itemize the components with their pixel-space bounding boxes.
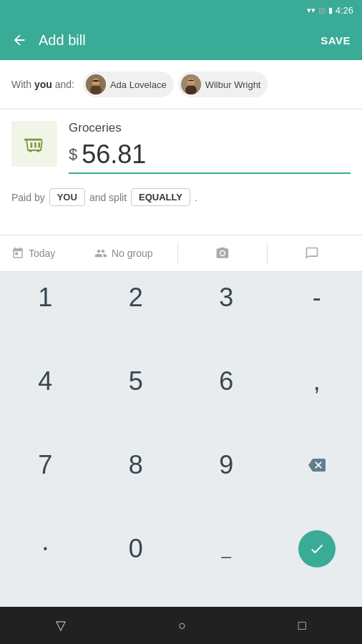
bill-section: Groceries $ Paid by YOU and split EQUALL…: [0, 109, 362, 212]
date-label: Today: [29, 248, 55, 259]
home-nav-icon[interactable]: ○: [178, 618, 186, 633]
paid-by-label: Paid by: [11, 192, 45, 203]
status-time: 4:26: [336, 5, 353, 16]
svg-rect-12: [37, 150, 40, 152]
key-3[interactable]: 3: [181, 272, 272, 323]
top-bar: Add bill SAVE: [0, 20, 362, 60]
save-button[interactable]: SAVE: [321, 34, 351, 47]
numpad: 1 2 3 - 4 5 6 , 7 8 9 • 0 _: [0, 272, 362, 607]
key-backspace[interactable]: [272, 439, 363, 491]
svg-rect-14: [34, 142, 36, 147]
key-1[interactable]: 1: [0, 272, 91, 323]
nav-bar: ▽ ○ □: [0, 607, 362, 644]
paid-row: Paid by YOU and split EQUALLY .: [11, 188, 351, 206]
key-8[interactable]: 8: [91, 439, 182, 491]
person-chip-wilbur[interactable]: Wilbur Wright: [178, 72, 268, 97]
wifi-icon: ▾▾: [307, 6, 315, 15]
avatar-ada: [86, 74, 106, 94]
key-comma[interactable]: ,: [272, 356, 363, 407]
back-nav-icon[interactable]: ▽: [56, 618, 66, 633]
back-button[interactable]: [11, 32, 27, 48]
bill-amount-row: $: [69, 140, 351, 174]
bill-category-label: Groceries: [69, 121, 351, 135]
bill-details: Groceries $: [69, 121, 351, 174]
key-confirm[interactable]: [272, 523, 363, 575]
key-9[interactable]: 9: [181, 439, 272, 491]
person-chip-ada[interactable]: Ada Lovelace: [83, 72, 174, 97]
svg-point-8: [189, 82, 193, 84]
group-picker[interactable]: No group: [94, 247, 172, 260]
svg-rect-13: [31, 142, 33, 147]
avatar-wilbur: [181, 74, 201, 94]
confirm-check-icon[interactable]: [298, 530, 336, 567]
key-6[interactable]: 6: [181, 356, 272, 407]
note-button[interactable]: [273, 246, 351, 260]
amount-input[interactable]: [82, 140, 351, 170]
main-content: With you and: Ada Lovelace: [0, 60, 362, 607]
dollar-sign: $: [69, 145, 77, 164]
key-dot[interactable]: •: [0, 523, 91, 575]
group-label: No group: [112, 248, 153, 259]
key-5[interactable]: 5: [91, 356, 182, 407]
bill-row: Groceries $: [11, 121, 351, 174]
svg-rect-15: [38, 142, 40, 147]
svg-rect-10: [25, 139, 26, 141]
date-picker[interactable]: Today: [11, 247, 89, 260]
key-2[interactable]: 2: [91, 272, 182, 323]
toolbar-divider-2: [267, 243, 268, 264]
toolbar-divider-1: [177, 243, 178, 264]
key-minus[interactable]: -: [272, 272, 363, 323]
recent-nav-icon[interactable]: □: [298, 618, 306, 633]
people-row: With you and: Ada Lovelace: [0, 60, 362, 109]
person-name-ada: Ada Lovelace: [110, 79, 167, 90]
status-bar: ▾▾ ▨ ▮ 4:26: [0, 0, 362, 20]
key-underscore[interactable]: _: [181, 523, 272, 575]
bill-category-icon: [11, 121, 57, 167]
bottom-toolbar: Today No group: [0, 235, 362, 272]
people-label: With you and:: [11, 79, 74, 90]
person-name-wilbur: Wilbur Wright: [205, 79, 261, 90]
you-bold: you: [34, 79, 52, 90]
signal-icon: ▨: [318, 6, 326, 15]
and-split-label: and split: [89, 192, 127, 203]
key-0[interactable]: 0: [91, 523, 182, 575]
status-icons: ▾▾ ▨ ▮ 4:26: [307, 5, 353, 16]
split-equally-button[interactable]: EQUALLY: [131, 188, 190, 206]
svg-rect-9: [24, 139, 42, 141]
key-4[interactable]: 4: [0, 356, 91, 407]
key-7[interactable]: 7: [0, 439, 91, 491]
period: .: [195, 192, 197, 203]
paid-by-you-button[interactable]: YOU: [49, 188, 85, 206]
battery-icon: ▮: [328, 6, 333, 15]
page-title: Add bill: [39, 32, 321, 49]
svg-rect-11: [29, 150, 32, 152]
camera-button[interactable]: [184, 246, 261, 260]
